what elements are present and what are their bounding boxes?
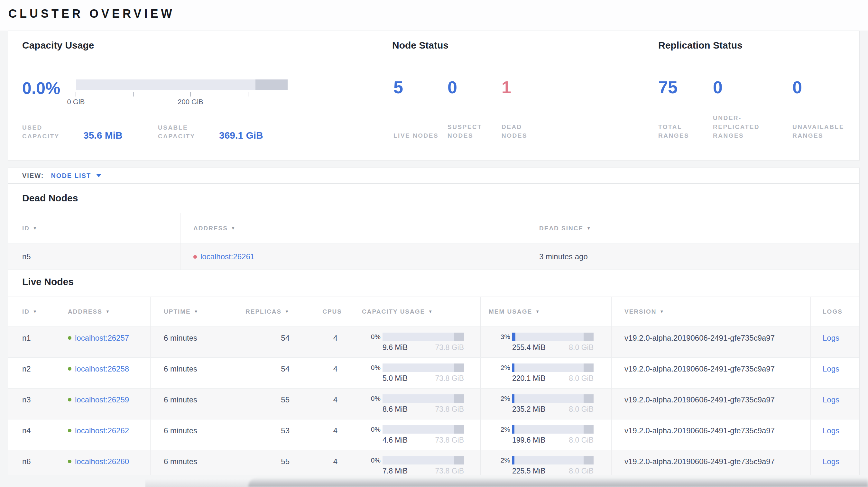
axis-tick bbox=[133, 92, 133, 97]
logs-link[interactable]: Logs bbox=[823, 457, 839, 466]
column-header-mem-usage[interactable]: MEM USAGE ▼ bbox=[480, 297, 612, 326]
column-header-cpus: CPUS bbox=[302, 297, 350, 326]
view-selector-dropdown[interactable]: NODE LIST bbox=[51, 172, 101, 180]
dead-nodes-table-header: ID ▼ ADDRESS ▼ DEAD SINCE ▼ bbox=[8, 213, 859, 244]
logs-link[interactable]: Logs bbox=[823, 395, 839, 404]
logs-link[interactable]: Logs bbox=[823, 364, 839, 374]
capacity-usage-cell: 0% 9.6 MiB 73.8 GiB bbox=[350, 327, 480, 357]
column-header-version[interactable]: VERSION ▼ bbox=[612, 297, 811, 326]
logs-link[interactable]: Logs bbox=[823, 333, 839, 343]
capacity-total-value: 73.8 GiB bbox=[435, 374, 464, 383]
mem-usage-cell: 2% 199.6 MiB 8.0 GiB bbox=[480, 419, 612, 450]
column-header-replicas[interactable]: REPLICAS ▼ bbox=[222, 297, 302, 326]
node-id-cell: n5 bbox=[8, 244, 181, 269]
node-id-cell: n3 bbox=[8, 389, 55, 419]
column-header-uptime[interactable]: UPTIME ▼ bbox=[151, 297, 222, 326]
node-id: n6 bbox=[22, 457, 31, 466]
version-cell: v19.2.0-alpha.20190606-2491-gfe735c9a97 bbox=[612, 450, 811, 475]
mem-bar-fill bbox=[512, 456, 515, 464]
mem-bar-fill bbox=[512, 333, 516, 341]
capacity-usage-cell: 0% 5.0 MiB 73.8 GiB bbox=[350, 358, 480, 388]
node-address-cell: localhost:26262 bbox=[55, 419, 151, 450]
axis-tick-label: 0 GiB bbox=[53, 98, 98, 106]
logs-cell: Logs bbox=[811, 389, 859, 419]
node-address-link[interactable]: localhost:26259 bbox=[75, 395, 129, 404]
replicas-value: 54 bbox=[281, 333, 289, 343]
dead-nodes-table-body: n5 localhost:26261 3 minutes ago bbox=[8, 244, 859, 270]
cpus-cell: 4 bbox=[302, 327, 350, 357]
logs-cell: Logs bbox=[811, 358, 859, 388]
unavailable-ranges-label: UNAVAILABLE RANGES bbox=[793, 123, 857, 140]
dead-nodes-heading: Dead Nodes bbox=[22, 193, 78, 204]
replicas-cell: 54 bbox=[222, 358, 302, 388]
node-id: n4 bbox=[22, 426, 31, 435]
column-header-dead-since[interactable]: DEAD SINCE ▼ bbox=[526, 213, 859, 244]
capacity-bar-reserved-segment bbox=[454, 394, 464, 403]
column-header-capacity-usage[interactable]: CAPACITY USAGE ▼ bbox=[350, 297, 480, 326]
mem-total-value: 8.0 GiB bbox=[569, 343, 594, 352]
capacity-bar-reserved-segment bbox=[454, 425, 464, 433]
live-status-dot-icon bbox=[68, 429, 71, 432]
capacity-percent: 0.0% bbox=[22, 78, 60, 98]
node-address-link[interactable]: localhost:26258 bbox=[75, 364, 129, 374]
mem-mini-bar bbox=[512, 394, 594, 403]
replicas-value: 54 bbox=[281, 364, 289, 374]
capacity-percent-value: 0% bbox=[365, 456, 381, 464]
replicas-value: 55 bbox=[281, 395, 289, 404]
used-capacity-value: 35.6 MiB bbox=[83, 131, 123, 140]
mem-usage-cell: 2% 225.5 MiB 8.0 GiB bbox=[480, 450, 612, 475]
nodes-section: Dead Nodes ID ▼ ADDRESS ▼ DEAD SINCE ▼ n… bbox=[8, 184, 860, 475]
mem-bar-fill bbox=[512, 425, 515, 433]
capacity-bar-reserved-segment bbox=[255, 79, 288, 90]
mem-bar-reserved-segment bbox=[584, 363, 594, 372]
column-header-address[interactable]: ADDRESS ▼ bbox=[181, 213, 526, 244]
live-nodes-table: ID ▼ ADDRESS ▼ UPTIME ▼ REPLICAS ▼ CPUS bbox=[8, 297, 859, 475]
live-nodes-table-body: n1 localhost:26257 6 minutes 54 4 0% 9.6… bbox=[8, 327, 859, 475]
mem-used-value: 225.5 MiB bbox=[512, 467, 546, 476]
capacity-used-value: 8.6 MiB bbox=[382, 405, 408, 414]
node-address-cell: localhost:26257 bbox=[55, 327, 151, 357]
view-bar: VIEW: NODE LIST bbox=[8, 168, 860, 184]
version-value: v19.2.0-alpha.20190606-2491-gfe735c9a97 bbox=[624, 333, 775, 343]
dead-since-cell: 3 minutes ago bbox=[526, 244, 859, 269]
mem-bar-reserved-segment bbox=[584, 333, 594, 341]
dead-since-value: 3 minutes ago bbox=[539, 252, 588, 261]
capacity-percent-value: 0% bbox=[365, 426, 381, 433]
node-address-link[interactable]: localhost:26260 bbox=[75, 457, 129, 466]
table-row: n4 localhost:26262 6 minutes 53 4 0% 4.6… bbox=[8, 419, 859, 450]
total-ranges-count: 75 bbox=[658, 78, 678, 96]
node-address-link[interactable]: localhost:26257 bbox=[75, 333, 129, 343]
capacity-usage-cell: 0% 8.6 MiB 73.8 GiB bbox=[350, 389, 480, 419]
table-row: n1 localhost:26257 6 minutes 54 4 0% 9.6… bbox=[8, 327, 859, 358]
capacity-total-value: 73.8 GiB bbox=[435, 436, 464, 445]
live-status-dot-icon bbox=[68, 336, 71, 340]
unavailable-ranges-count: 0 bbox=[793, 78, 802, 96]
mem-used-value: 220.1 MiB bbox=[512, 374, 546, 383]
chevron-down-icon bbox=[96, 174, 101, 177]
logs-cell: Logs bbox=[811, 450, 859, 475]
uptime-value: 6 minutes bbox=[164, 364, 197, 374]
column-header-address[interactable]: ADDRESS ▼ bbox=[55, 297, 151, 326]
uptime-cell: 6 minutes bbox=[151, 419, 222, 450]
sort-desc-icon: ▼ bbox=[33, 226, 38, 231]
uptime-value: 6 minutes bbox=[164, 333, 197, 343]
bottom-panel-edge bbox=[248, 478, 868, 487]
node-address-link[interactable]: localhost:26262 bbox=[75, 426, 129, 435]
node-address-link[interactable]: localhost:26261 bbox=[200, 252, 254, 261]
node-id: n2 bbox=[22, 364, 31, 374]
mem-mini-bar bbox=[512, 425, 594, 433]
logs-link[interactable]: Logs bbox=[823, 426, 839, 435]
dead-nodes-count: 1 bbox=[502, 78, 511, 96]
under-replicated-ranges-label: UNDER-REPLICATED RANGES bbox=[713, 113, 777, 140]
capacity-bar-reserved-segment bbox=[454, 456, 464, 464]
sort-desc-icon: ▼ bbox=[231, 226, 236, 231]
column-header-id[interactable]: ID ▼ bbox=[8, 213, 181, 244]
table-row: n5 localhost:26261 3 minutes ago bbox=[8, 244, 859, 270]
column-header-id[interactable]: ID ▼ bbox=[8, 297, 55, 326]
live-status-dot-icon bbox=[68, 398, 71, 401]
table-row: n3 localhost:26259 6 minutes 55 4 0% 8.6… bbox=[8, 389, 859, 419]
column-header-logs: LOGS bbox=[811, 297, 859, 326]
sort-desc-icon: ▼ bbox=[194, 309, 199, 314]
cpus-cell: 4 bbox=[302, 419, 350, 450]
uptime-cell: 6 minutes bbox=[151, 358, 222, 388]
